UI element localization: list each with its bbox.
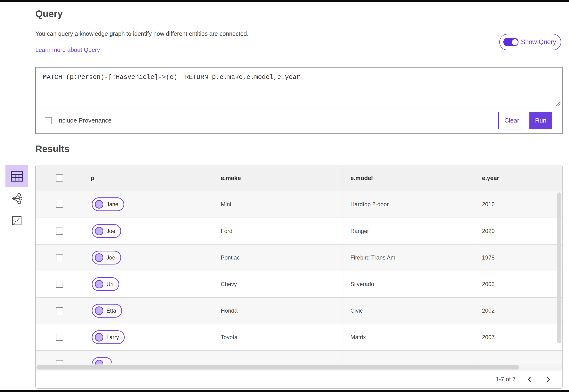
row-checkbox[interactable] [56, 227, 63, 235]
cell-year: 2007 [474, 324, 562, 350]
window-top-edge [0, 0, 569, 2]
toggle-switch-icon[interactable] [503, 38, 518, 46]
chevron-right-icon [546, 376, 551, 383]
run-button[interactable]: Run [529, 112, 552, 129]
entity-node-icon [95, 333, 103, 341]
cell-model: Silverado [343, 271, 474, 297]
table-row[interactable]: Joe Ford Ranger 2020 [36, 218, 562, 244]
learn-more-link[interactable]: Learn more about Query [35, 46, 100, 53]
table-row[interactable]: Uri Chevy Silverado 2003 [36, 271, 562, 297]
row-checkbox[interactable] [56, 280, 63, 288]
column-header-p[interactable]: p [83, 165, 213, 191]
table-icon [11, 171, 23, 182]
textarea-resize-handle-icon[interactable] [555, 100, 561, 106]
show-query-label: Show Query [521, 38, 556, 46]
entity-chip[interactable]: Jane [92, 197, 124, 211]
link-chart-icon [11, 193, 22, 204]
table-view-button[interactable] [5, 165, 28, 187]
column-header-model[interactable]: e.model [343, 165, 474, 191]
entity-chip[interactable]: Uri [92, 277, 119, 291]
chevron-left-icon [527, 376, 532, 383]
select-all-checkbox[interactable] [56, 174, 63, 182]
table-row[interactable]: Larry Toyota Matrix 2007 [36, 324, 562, 350]
cell-make: Toyota [213, 324, 343, 350]
horizontal-scrollbar[interactable] [36, 364, 562, 370]
query-editor-panel: MATCH (p:Person)-[:HasVehicle]->(e) RETU… [35, 67, 563, 134]
map-view-button[interactable] [8, 212, 26, 230]
entity-node-icon [95, 200, 103, 209]
header-checkbox-cell [36, 165, 83, 191]
table-row-partial [36, 350, 562, 364]
page-title: Query [35, 9, 63, 19]
cell-model: Civic [343, 298, 474, 324]
map-icon [12, 216, 22, 226]
query-actions-bar: Include Provenance Clear Run [36, 108, 562, 133]
row-checkbox[interactable] [56, 361, 63, 364]
row-checkbox[interactable] [56, 201, 63, 208]
table-body: Jane Mini Hardtop 2-door 2016 Joe Ford R… [36, 191, 562, 350]
entity-chip-label: Larry [106, 334, 119, 341]
entity-node-icon [95, 280, 103, 288]
column-header-make[interactable]: e.make [213, 165, 343, 191]
entity-chip-label: Joe [106, 254, 115, 261]
entity-chip[interactable] [92, 357, 112, 364]
entity-chip[interactable]: Larry [92, 330, 125, 344]
table-header-row: p e.make e.model e.year [36, 165, 562, 191]
horizontal-scrollbar-thumb[interactable] [37, 365, 519, 369]
next-page-button[interactable] [543, 374, 554, 385]
table-row[interactable]: Jane Mini Hardtop 2-door 2016 [36, 191, 562, 218]
window-bottom-edge [0, 390, 569, 392]
cell-model: Firebird Trans Am [343, 245, 474, 271]
cell-make: Chevy [213, 271, 343, 297]
cell-year: 2020 [474, 218, 562, 244]
cell-make: Mini [213, 191, 343, 218]
row-checkbox[interactable] [56, 254, 63, 261]
cell-model: Ranger [343, 218, 474, 244]
entity-chip[interactable]: Joe [92, 224, 121, 238]
cell-make: Pontiac [213, 245, 343, 271]
page-range-label: 1-7 of 7 [496, 376, 516, 383]
results-table: p e.make e.model e.year Jane Mini Hardto… [35, 165, 563, 389]
cell-year: 1978 [474, 245, 562, 271]
cell-model: Matrix [343, 324, 474, 350]
table-row[interactable]: Joe Pontiac Firebird Trans Am 1978 [36, 244, 562, 271]
table-row[interactable]: Etta Honda Civic 2002 [36, 297, 562, 324]
entity-chip-label: Jane [106, 201, 118, 208]
previous-page-button[interactable] [524, 374, 535, 385]
results-title: Results [35, 144, 70, 154]
cell-make: Honda [213, 298, 343, 324]
cell-year: 2016 [474, 191, 562, 218]
entity-chip[interactable]: Joe [92, 251, 121, 265]
toggle-knob [512, 39, 518, 45]
show-query-toggle[interactable]: Show Query [499, 34, 561, 50]
pagination-bar: 1-7 of 7 [36, 370, 562, 388]
vertical-scrollbar-thumb[interactable] [557, 193, 561, 343]
entity-node-icon [95, 253, 103, 262]
cell-year: 2002 [474, 298, 562, 324]
entity-chip[interactable]: Etta [92, 304, 122, 318]
include-provenance-checkbox[interactable] [45, 117, 52, 124]
entity-node-icon [95, 360, 103, 364]
cell-year: 2003 [474, 271, 562, 297]
column-header-year[interactable]: e.year [474, 165, 562, 191]
clear-button[interactable]: Clear [498, 112, 525, 129]
entity-chip-label: Etta [106, 308, 116, 314]
cell-model: Hardtop 2-door [343, 191, 474, 218]
query-textarea[interactable]: MATCH (p:Person)-[:HasVehicle]->(e) RETU… [36, 68, 562, 108]
row-checkbox[interactable] [56, 334, 63, 341]
entity-node-icon [95, 307, 103, 315]
include-provenance-label: Include Provenance [57, 117, 112, 124]
row-checkbox[interactable] [56, 307, 63, 314]
entity-chip-label: Uri [106, 281, 113, 287]
entity-chip-label: Joe [106, 228, 115, 234]
cell-make: Ford [213, 218, 343, 244]
entity-node-icon [95, 227, 103, 235]
link-chart-view-button[interactable] [8, 190, 26, 208]
query-description: You can query a knowledge graph to ident… [35, 30, 248, 37]
